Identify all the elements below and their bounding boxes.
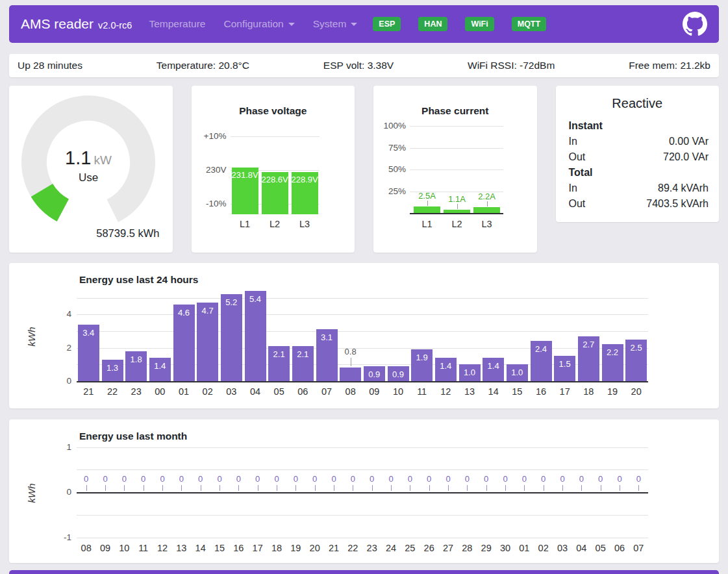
status-item-0: Up 28 minutes [18, 60, 82, 71]
nav-item-configuration[interactable]: Configuration [223, 18, 294, 30]
github-link[interactable] [683, 12, 707, 36]
reactive-row-label: Out [569, 196, 586, 212]
status-item-1: Temperature: 20.8°C [157, 60, 249, 71]
energy-bar-value: 1.4 [148, 361, 171, 371]
badge-wifi: WiFi [465, 17, 494, 31]
energy-bar-value: 1.4 [434, 361, 457, 371]
y-tick-label: 230V [198, 165, 227, 175]
app-version: v2.0-rc6 [98, 20, 132, 31]
energy-bar-value: 0 [306, 474, 324, 484]
x-tick-label: 12 [436, 386, 455, 397]
energy-24h-card: Energy use last 24 hours kWh 0243.4211.3… [9, 263, 719, 408]
label-leader-line [486, 485, 487, 491]
energy-month-ylabel: kWh [26, 480, 37, 506]
energy-bar-value: 2.7 [577, 340, 600, 349]
x-tick-label: 23 [362, 543, 382, 553]
label-leader-line [601, 485, 601, 491]
x-tick-label: 17 [555, 386, 575, 397]
x-tick-label: 14 [191, 543, 210, 553]
x-tick-label: 09 [364, 386, 384, 397]
energy-bar-value: 0 [268, 474, 286, 484]
reactive-section-label: Instant [569, 118, 603, 134]
status-item-3: WiFi RSSI: -72dBm [468, 60, 555, 71]
energy-bar-value: 0 [592, 474, 610, 484]
x-tick-label: 21 [79, 386, 98, 397]
y-tick-label: 50% [377, 164, 406, 174]
status-item-2: ESP volt: 3.38V [323, 60, 394, 71]
energy-bar-value: 0 [572, 474, 590, 484]
energy-bar-value: 0.9 [386, 369, 410, 379]
current-bar-L2[interactable] [444, 210, 470, 213]
x-tick-label: 14 [484, 386, 503, 397]
energy-bar-value: 0 [439, 474, 457, 484]
label-leader-line [315, 485, 316, 491]
brand[interactable]: AMS reader v2.0-rc6 [21, 16, 132, 32]
energy-bar-value: 0 [249, 474, 267, 484]
y-tick-label: -1 [43, 532, 71, 542]
label-leader-line [562, 485, 563, 491]
nav-item-label: Configuration [223, 18, 283, 30]
nav-item-system[interactable]: System [313, 18, 358, 30]
energy-bar-value: 0 [286, 474, 305, 484]
gridline [77, 469, 648, 470]
x-tick-label: 15 [210, 543, 229, 553]
energy-bar-value: 0 [496, 474, 514, 484]
label-leader-line [581, 485, 582, 491]
status-item-4: Free mem: 21.2kb [629, 60, 710, 71]
energy-bar-value: 0 [610, 474, 629, 484]
x-tick-label: 07 [629, 543, 648, 553]
nav-item-temperature[interactable]: Temperature [149, 18, 205, 30]
x-tick-label: 05 [591, 543, 610, 553]
x-tick-label: 09 [95, 543, 115, 553]
x-tick-label: 23 [127, 386, 146, 397]
energy-bar-value: 1.5 [553, 359, 577, 369]
energy-bar-hour-04[interactable] [245, 291, 266, 381]
x-tick-label: 24 [381, 543, 401, 553]
label-leader-line [201, 485, 201, 491]
current-bar-L1[interactable] [414, 206, 440, 213]
badge-han: HAN [418, 17, 447, 31]
y-tick-label: 4 [43, 309, 71, 319]
y-tick-label: 2 [43, 343, 71, 353]
reactive-title: Reactive [556, 96, 720, 111]
reactive-section-label: Total [569, 165, 593, 181]
nav-item-label: Temperature [149, 18, 205, 30]
energy-bar-hour-03[interactable] [221, 294, 242, 381]
x-axis-line [410, 213, 503, 214]
energy-bar-value: 2.1 [291, 349, 314, 359]
github-icon [683, 12, 707, 36]
reactive-row-value: 720.0 VAr [663, 149, 709, 165]
energy-bar-value: 2.5 [625, 343, 648, 353]
total-energy-counter: 58739.5 kWh [96, 227, 159, 240]
label-leader-line [429, 485, 430, 491]
x-tick-label: 13 [460, 386, 479, 397]
gridline [231, 136, 320, 137]
label-leader-line [353, 485, 353, 491]
label-leader-line [258, 485, 258, 491]
label-leader-line [181, 485, 182, 491]
energy-bar-value: 0 [229, 474, 247, 484]
gauge-label: Use [20, 171, 157, 184]
app-title: AMS reader [21, 16, 94, 32]
energy-bar-value: 0 [210, 474, 229, 484]
gridline [410, 169, 503, 170]
energy-bar-value: 0 [77, 474, 95, 484]
gridline [77, 298, 648, 299]
label-leader-line [620, 485, 620, 491]
x-tick-label: 12 [153, 543, 172, 553]
x-tick-label: 17 [248, 543, 268, 553]
x-tick-label: 10 [114, 543, 134, 553]
footer-strip [9, 570, 719, 574]
label-leader-line [410, 485, 410, 491]
energy-bar-hour-08[interactable] [340, 368, 361, 381]
energy-bar-value: 0 [363, 474, 381, 484]
energy-bar-value: 0 [382, 474, 400, 484]
current-bar-L3[interactable] [473, 207, 500, 213]
gauge-value: 1.1 [65, 147, 91, 168]
label-leader-line [427, 201, 428, 206]
reactive-row: In89.4 kVArh [569, 181, 709, 196]
x-tick-label: L1 [232, 219, 258, 229]
x-tick-label: 16 [229, 543, 248, 553]
energy-bar-value: 0 [96, 474, 114, 484]
energy-bar-value: 0.8 [339, 347, 362, 356]
